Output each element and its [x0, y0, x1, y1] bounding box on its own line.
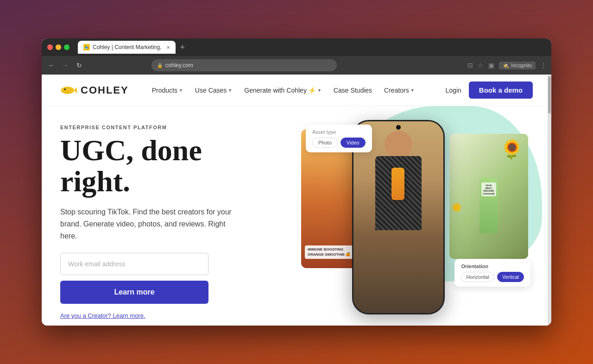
nav-login[interactable]: Login	[438, 83, 469, 98]
asset-video-button[interactable]: Video	[341, 138, 366, 148]
browser-scrollbar[interactable]	[548, 75, 551, 326]
svg-point-0	[61, 87, 74, 94]
tab-close-icon[interactable]: ✕	[166, 45, 170, 50]
nav-products[interactable]: Products ▼	[147, 83, 188, 98]
smoothie-label: IMMUNE BOOSTING ORANGE SMOOTHIE 🍊	[305, 245, 353, 259]
asset-type-card: Asset type Photo Video	[306, 125, 372, 152]
incognito-icon: 🕵	[503, 63, 509, 69]
maximize-button[interactable]	[64, 44, 69, 50]
hero-visual: Asset type Photo Video IMMUNE BOOSTING O…	[292, 120, 533, 324]
orientation-horizontal-button[interactable]: Horizontal	[461, 272, 494, 282]
yellow-accent-dot	[453, 203, 461, 212]
chevron-down-icon: ▼	[410, 88, 415, 93]
logo-fish-icon	[60, 85, 77, 96]
lightning-icon: ⚡	[308, 87, 316, 94]
back-button[interactable]: ←	[46, 62, 57, 69]
close-button[interactable]	[47, 44, 53, 50]
browser-titlebar: 🐟 Cohley | Content Marketing, ✕ +	[42, 38, 551, 56]
phone-camera	[396, 125, 401, 130]
sunflower-icon: 🌻	[500, 138, 524, 160]
headline-line2: right.	[60, 165, 130, 198]
nav-links: Products ▼ Use Cases ▼ Generate with Coh…	[147, 83, 438, 98]
scrollbar-thumb[interactable]	[548, 76, 551, 113]
hero-eyebrow: ENTERPRISE CONTENT PLATFORM	[60, 125, 283, 130]
chevron-down-icon: ▼	[317, 88, 322, 93]
chevron-down-icon: ▼	[179, 88, 183, 93]
orientation-vertical-button[interactable]: Vertical	[497, 272, 524, 282]
creator-link[interactable]: Are you a Creator? Learn more.	[60, 312, 145, 319]
secure-icon: 🔒	[157, 63, 163, 68]
orientation-card: Orientation Horizontal Vertical	[454, 259, 530, 287]
svg-point-3	[65, 90, 69, 92]
address-bar[interactable]: 🔒 cohley.com	[151, 59, 337, 71]
tab-title: Cohley | Content Marketing,	[93, 44, 162, 50]
tab-favicon: 🐟	[83, 44, 90, 50]
svg-point-2	[64, 88, 66, 90]
asset-photo-button[interactable]: Photo	[312, 138, 338, 148]
tab-search-icon[interactable]: ▣	[488, 62, 494, 69]
svg-marker-1	[74, 87, 77, 93]
site-logo[interactable]: COHLEY	[60, 84, 129, 96]
product-visual: 🌻 Uncle Matt's ORGANIC Lemonade	[449, 134, 528, 259]
bottle-shape: Uncle Matt's ORGANIC Lemonade	[479, 178, 498, 233]
forward-button[interactable]: →	[60, 62, 70, 69]
orientation-buttons: Horizontal Vertical	[461, 272, 524, 282]
url-text: cohley.com	[165, 62, 193, 69]
hero-subtext: Stop scouring TikTok. Find the best crea…	[60, 206, 236, 242]
product-right-image: 🌻 Uncle Matt's ORGANIC Lemonade	[449, 134, 528, 259]
website-content: COHLEY Products ▼ Use Cases ▼ Generate w…	[42, 75, 551, 326]
cast-icon[interactable]: ⊟	[467, 62, 473, 69]
nav-generate[interactable]: Generate with Cohley ⚡ ▼	[240, 83, 326, 98]
hero-content: ENTERPRISE CONTENT PLATFORM UGC, done ri…	[60, 120, 283, 320]
chevron-down-icon: ▼	[228, 88, 232, 93]
minimize-button[interactable]	[56, 44, 61, 50]
toolbar-actions: ⊟ ☆ ▣ 🕵 Incognito ⋮	[467, 62, 547, 69]
active-tab[interactable]: 🐟 Cohley | Content Marketing, ✕	[78, 41, 176, 54]
reload-button[interactable]: ↻	[74, 62, 84, 69]
email-input[interactable]	[60, 253, 208, 275]
new-tab-button[interactable]: +	[180, 43, 185, 52]
browser-toolbar: ← → ↻ 🔒 cohley.com ⊟ ☆ ▣ 🕵 Incognito ⋮	[42, 56, 551, 75]
book-demo-button[interactable]: Book a demo	[469, 82, 533, 99]
nav-use-cases[interactable]: Use Cases ▼	[190, 83, 237, 98]
site-navigation: COHLEY Products ▼ Use Cases ▼ Generate w…	[42, 75, 551, 106]
learn-more-button[interactable]: Learn more	[60, 281, 208, 304]
asset-type-label: Asset type	[312, 129, 366, 135]
headline-line1: UGC, done	[60, 134, 202, 167]
tab-bar: 🐟 Cohley | Content Marketing, ✕ +	[78, 41, 185, 54]
hero-section: ENTERPRISE CONTENT PLATFORM UGC, done ri…	[42, 106, 551, 326]
asset-type-buttons: Photo Video	[312, 138, 366, 148]
logo-wordmark: COHLEY	[81, 84, 129, 96]
orientation-label: Orientation	[461, 264, 524, 269]
nav-case-studies[interactable]: Case Studies	[329, 83, 377, 98]
incognito-label: Incognito	[511, 63, 532, 68]
incognito-indicator: 🕵 Incognito	[499, 62, 536, 69]
menu-icon[interactable]: ⋮	[540, 62, 547, 69]
nav-creators[interactable]: Creators ▼	[379, 83, 419, 98]
star-icon[interactable]: ☆	[478, 62, 484, 69]
hero-headline: UGC, done right.	[60, 135, 283, 197]
